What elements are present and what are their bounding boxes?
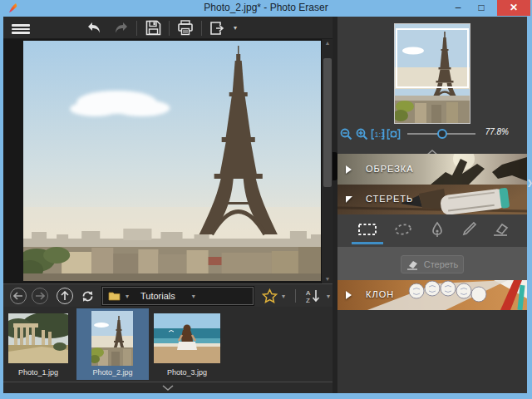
zoom-out-icon: [340, 128, 352, 140]
close-button[interactable]: ✕: [497, 0, 530, 16]
erase-action-row: Стереть: [337, 247, 527, 280]
panel-label: КЛОН: [366, 289, 394, 299]
maximize-button[interactable]: □: [470, 0, 492, 16]
arrow-left-icon: [13, 292, 23, 300]
thumbnail-photo-3[interactable]: [154, 313, 220, 363]
redo-button[interactable]: [111, 18, 131, 38]
panel-label: СТЕРЕТЬ: [366, 194, 413, 204]
file-browser-toolbar: ▾ Tutorials ▾ ▾ A Z: [3, 283, 332, 307]
favorites-button[interactable]: [259, 288, 279, 304]
pen-select-tool[interactable]: [425, 219, 450, 239]
title-bar: Photo_2.jpg* - Photo Eraser – □ ✕: [0, 0, 532, 17]
thumbnail-photo-2[interactable]: [91, 311, 133, 366]
zoom-in-button[interactable]: [355, 126, 369, 141]
print-icon: [177, 20, 194, 36]
thumbnail-photo-1[interactable]: [8, 313, 68, 363]
panel-expand-arrow[interactable]: ❯: [526, 179, 532, 187]
refresh-icon: [81, 289, 95, 303]
export-button[interactable]: [208, 18, 228, 38]
print-button[interactable]: [175, 18, 195, 38]
actual-size-icon: 1:1: [371, 128, 385, 140]
erase-button[interactable]: Стереть: [401, 255, 464, 273]
folder-icon: [108, 291, 121, 301]
panel-header-clone[interactable]: КЛОН: [337, 280, 527, 310]
main-toolbar: ▾: [3, 17, 332, 39]
lasso-select-tool[interactable]: [391, 219, 416, 239]
pen-select-icon: [429, 221, 446, 238]
thumbnail-photo-2-selected[interactable]: Photo_2.jpg: [76, 308, 149, 380]
scrollbar-thumb[interactable]: [323, 58, 332, 187]
actual-size-button[interactable]: 1:1: [371, 126, 385, 141]
refresh-button[interactable]: [78, 288, 96, 304]
rect-select-tool[interactable]: [355, 219, 380, 239]
export-icon: [209, 21, 226, 36]
erase-button-label: Стереть: [424, 259, 459, 269]
rect-select-icon: [357, 222, 377, 237]
canvas-image[interactable]: [23, 41, 321, 281]
scroll-down-arrow[interactable]: ▼: [322, 275, 333, 283]
svg-text:A: A: [306, 289, 311, 297]
folder-select[interactable]: ▾ Tutorials ▾: [102, 287, 254, 305]
canvas-vertical-scrollbar[interactable]: ▲ ▼: [321, 39, 332, 283]
panel-label: ОБРЕЗКА: [366, 164, 414, 174]
save-button[interactable]: [143, 18, 163, 38]
panel-header-crop[interactable]: ОБРЕЗКА: [337, 154, 527, 185]
save-icon: [145, 20, 161, 36]
foreground-buildings: [23, 247, 321, 281]
undo-icon: [86, 22, 103, 35]
canvas-area: ▲ ▼: [3, 39, 332, 283]
undo-button[interactable]: [85, 18, 105, 38]
collapsed-arrow-icon: [346, 165, 352, 174]
arrow-right-icon: [35, 292, 45, 300]
favorites-dropdown-caret[interactable]: ▾: [278, 288, 289, 304]
navigator-preview: [394, 23, 470, 124]
svg-text:1:1: 1:1: [375, 131, 386, 139]
filmstrip: Photo_2.jpg Photo_1.jpg Photo_3.jpg: [3, 307, 332, 382]
star-icon: [262, 288, 278, 303]
zoom-slider-handle[interactable]: [437, 129, 447, 139]
brush-select-icon: [461, 221, 477, 238]
up-button[interactable]: [57, 288, 73, 304]
navbar-separator: [295, 289, 296, 303]
filmstrip-collapse-bar[interactable]: [3, 382, 332, 393]
navigator-viewport[interactable]: [396, 28, 469, 88]
chevron-down-icon: ▾: [192, 293, 195, 300]
minimize-button[interactable]: –: [447, 0, 469, 16]
collapsed-arrow-icon: [346, 291, 352, 299]
redo-icon: [112, 22, 129, 35]
erase-tools-row: [337, 214, 527, 247]
back-button[interactable]: [10, 288, 27, 304]
forward-button[interactable]: [32, 288, 48, 304]
menu-button[interactable]: [8, 19, 33, 37]
sort-button[interactable]: A Z: [303, 288, 324, 304]
hamburger-icon: [12, 24, 30, 27]
lasso-select-icon: [393, 222, 413, 237]
chevron-down-icon: [162, 385, 174, 392]
brush-select-tool[interactable]: [456, 219, 481, 239]
panel-header-erase[interactable]: СТЕРЕТЬ: [337, 185, 527, 214]
folder-name: Tutorials: [140, 291, 175, 301]
fit-screen-button[interactable]: [387, 126, 401, 141]
fit-screen-icon: [387, 128, 401, 140]
scroll-up-arrow[interactable]: ▲: [322, 39, 333, 47]
eraser-tool[interactable]: [488, 219, 513, 239]
thumbnail-label: Photo_2.jpg: [76, 368, 149, 377]
selected-tool-indicator: [352, 242, 383, 244]
toolbar-separator: [136, 21, 137, 36]
zoom-slider[interactable]: [407, 126, 475, 141]
sort-az-icon: A Z: [305, 288, 322, 303]
export-dropdown-caret[interactable]: ▾: [234, 24, 237, 32]
thumbnail-label: Photo_3.jpg: [154, 368, 220, 377]
app-content: ▾: [3, 17, 527, 393]
app-window: Photo_2.jpg* - Photo Eraser – □ ✕: [0, 0, 532, 399]
expanded-arrow-icon: [346, 196, 352, 203]
zoom-out-button[interactable]: [339, 126, 353, 141]
toolbar-separator: [201, 21, 202, 36]
eraser-icon: [491, 221, 510, 238]
zoom-value: 77.8%: [485, 127, 509, 136]
chevron-down-icon: ▾: [327, 293, 330, 300]
panel-empty-area: [337, 310, 527, 393]
thumbnail-label: Photo_1.jpg: [8, 368, 68, 377]
arrow-up-icon: [61, 291, 69, 301]
editor-section: ▾: [3, 17, 332, 393]
